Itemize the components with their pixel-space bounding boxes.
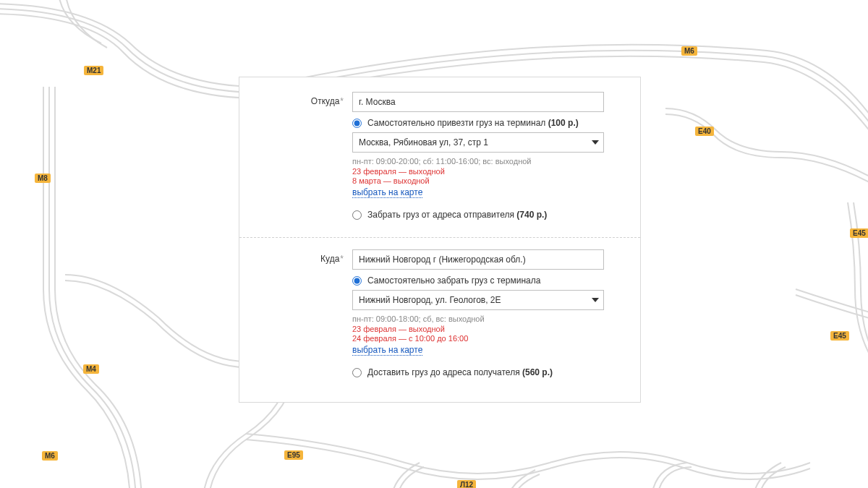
to-deliver-price: (560 р.) — [522, 367, 553, 377]
required-asterisk: * — [340, 96, 344, 106]
chevron-down-icon — [592, 298, 599, 302]
map-label-l12: Л12 — [457, 480, 476, 488]
map-label-m6b: М6 — [681, 46, 697, 56]
to-terminal-radio[interactable] — [352, 276, 362, 286]
required-asterisk: * — [340, 254, 344, 264]
to-label-col: Куда* — [260, 249, 352, 264]
to-terminal-select-text: Нижний Новгород, ул. Геологов, 2Е — [359, 295, 592, 305]
from-city-input[interactable] — [352, 92, 604, 112]
to-deliver-radio-label[interactable]: Доставить груз до адреса получателя (560… — [367, 367, 553, 377]
map-label-e45a: Е45 — [850, 228, 868, 238]
map-label-m6a: М6 — [42, 451, 58, 461]
map-label-e40: Е40 — [695, 127, 714, 136]
map-label-e45b: Е45 — [830, 331, 849, 341]
from-terminal-radio-row: Самостоятельно привезти груз на терминал… — [352, 118, 620, 128]
to-terminal-radio-row: Самостоятельно забрать груз с терминала — [352, 275, 620, 286]
from-hours: пн-пт: 09:00-20:00; сб: 11:00-16:00; вс:… — [352, 157, 620, 166]
to-label: Куда — [320, 254, 339, 264]
from-pickup-radio-label[interactable]: Забрать груз от адреса отправителя (740 … — [367, 210, 547, 220]
from-field-col: Самостоятельно привезти груз на терминал… — [352, 92, 620, 224]
to-deliver-radio-row: Доставить груз до адреса получателя (560… — [352, 367, 620, 377]
to-holiday-2: 24 февраля — с 10:00 до 16:00 — [352, 334, 620, 343]
from-holiday-1: 23 февраля — выходной — [352, 167, 620, 176]
from-terminal-price: (100 р.) — [548, 118, 579, 128]
from-pickup-radio[interactable] — [352, 210, 362, 220]
to-field-col: Самостоятельно забрать груз с терминала … — [352, 249, 620, 382]
from-holiday-2: 8 марта — выходной — [352, 176, 620, 185]
chevron-down-icon — [592, 140, 599, 145]
map-label-e95: Е95 — [284, 450, 303, 460]
from-label: Откуда — [311, 96, 340, 106]
map-label-m8: М8 — [35, 174, 51, 183]
from-map-link[interactable]: выбрать на карте — [352, 187, 422, 198]
to-deliver-radio[interactable] — [352, 368, 362, 377]
from-pickup-radio-row: Забрать груз от адреса отправителя (740 … — [352, 210, 620, 220]
from-terminal-radio-label[interactable]: Самостоятельно привезти груз на терминал… — [367, 118, 579, 128]
shipping-form-panel: Откуда* Самостоятельно привезти груз на … — [239, 77, 641, 403]
to-terminal-select[interactable]: Нижний Новгород, ул. Геологов, 2Е — [352, 290, 604, 310]
to-city-input[interactable] — [352, 249, 604, 270]
to-row: Куда* Самостоятельно забрать груз с терм… — [260, 249, 620, 382]
from-pickup-text: Забрать груз от адреса отправителя — [367, 210, 516, 220]
to-hours: пн-пт: 09:00-18:00; сб, вс: выходной — [352, 314, 620, 323]
from-terminal-text: Самостоятельно привезти груз на терминал — [367, 118, 548, 128]
section-divider — [239, 237, 640, 238]
map-label-m4: М4 — [83, 364, 99, 374]
from-terminal-select-text: Москва, Рябиновая ул, 37, стр 1 — [359, 137, 592, 147]
to-holiday-1: 23 февраля — выходной — [352, 325, 620, 333]
to-terminal-radio-label[interactable]: Самостоятельно забрать груз с терминала — [367, 275, 540, 286]
from-pickup-price: (740 р.) — [516, 210, 547, 220]
to-terminal-text: Самостоятельно забрать груз с терминала — [367, 275, 540, 286]
to-map-link[interactable]: выбрать на карте — [352, 345, 422, 356]
from-terminal-radio[interactable] — [352, 119, 362, 128]
to-deliver-text: Доставить груз до адреса получателя — [367, 367, 522, 377]
from-label-col: Откуда* — [260, 92, 352, 106]
map-label-m21: М21 — [84, 66, 103, 75]
from-row: Откуда* Самостоятельно привезти груз на … — [260, 92, 620, 224]
from-terminal-select[interactable]: Москва, Рябиновая ул, 37, стр 1 — [352, 132, 604, 153]
